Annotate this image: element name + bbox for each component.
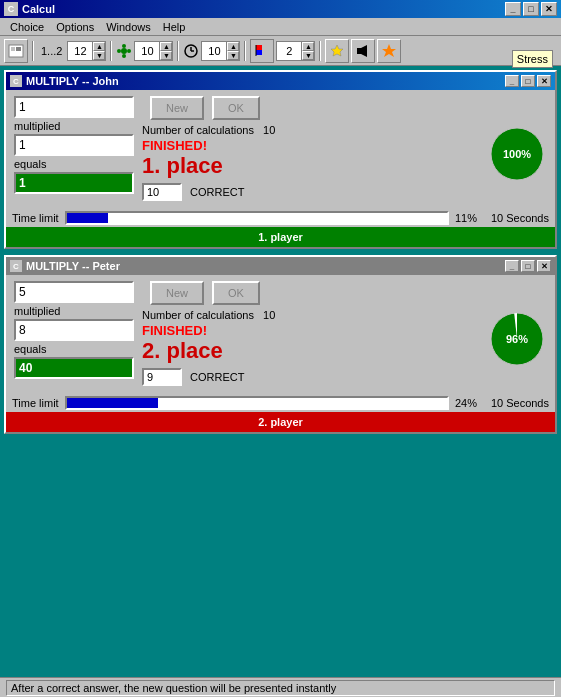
- window-peter-pie-label: 96%: [506, 333, 528, 345]
- window-john-close[interactable]: ✕: [537, 75, 551, 87]
- toolbar-icon-medal[interactable]: [325, 39, 349, 63]
- app-title: Calcul: [22, 3, 55, 15]
- svg-point-8: [127, 49, 131, 53]
- app-title-bar: C Calcul _ □ ✕: [0, 0, 561, 18]
- window-john-field1[interactable]: [14, 96, 134, 118]
- toolbar-icon-speaker[interactable]: [351, 39, 375, 63]
- spinner-1-arrows[interactable]: ▲ ▼: [92, 42, 105, 60]
- window-peter-body: multiplied equals New OK Number of calcu…: [6, 275, 555, 392]
- spinner-4-up[interactable]: ▲: [302, 42, 314, 51]
- svg-point-4: [121, 48, 127, 54]
- window-peter-minimize[interactable]: _: [505, 260, 519, 272]
- window-john-label2: equals: [14, 156, 134, 172]
- window-peter-ok-btn[interactable]: OK: [212, 281, 260, 305]
- window-john-place: 1. place: [142, 153, 479, 179]
- spinner-2-down[interactable]: ▼: [160, 51, 172, 60]
- window-john-left: multiplied equals: [14, 96, 134, 201]
- window-john-maximize[interactable]: □: [521, 75, 535, 87]
- window-john-num-calc: Number of calculations 10: [142, 124, 479, 136]
- spinner-1-val: 12: [68, 45, 92, 57]
- window-peter-icon: C: [10, 260, 22, 272]
- window-peter-correct-val[interactable]: [142, 368, 182, 386]
- window-john-body: multiplied equals New OK Number of calcu…: [6, 90, 555, 207]
- spinner-4-arrows[interactable]: ▲ ▼: [301, 42, 314, 60]
- menu-bar: Choice Options Windows Help: [0, 18, 561, 36]
- svg-marker-17: [361, 45, 367, 57]
- title-bar-controls: _ □ ✕: [505, 2, 557, 16]
- window-peter-field2[interactable]: [14, 319, 134, 341]
- window-john-label1: multiplied: [14, 118, 134, 134]
- window-peter-time-label: Time limit: [12, 397, 59, 409]
- menu-help[interactable]: Help: [157, 20, 192, 34]
- window-peter-progress: [65, 396, 449, 410]
- window-john-title-text: MULTIPLY -- John: [26, 75, 119, 87]
- spinner-3[interactable]: 10 ▲ ▼: [201, 41, 240, 61]
- spinner-1[interactable]: 12 ▲ ▼: [67, 41, 106, 61]
- window-john-field2[interactable]: [14, 134, 134, 156]
- window-peter-field1[interactable]: [14, 281, 134, 303]
- window-john-seconds: 10 Seconds: [491, 212, 549, 224]
- window-john-correct-label: CORRECT: [190, 186, 244, 198]
- window-peter-close[interactable]: ✕: [537, 260, 551, 272]
- spinner-3-arrows[interactable]: ▲ ▼: [226, 42, 239, 60]
- icon-clock: [183, 43, 199, 59]
- window-john-ok-btn[interactable]: OK: [212, 96, 260, 120]
- window-john-new-btn[interactable]: New: [150, 96, 204, 120]
- window-john-correct-val[interactable]: [142, 183, 182, 201]
- status-bar: After a correct answer, the new question…: [0, 677, 561, 697]
- spinner-3-down[interactable]: ▼: [227, 51, 239, 60]
- window-peter-title-text: MULTIPLY -- Peter: [26, 260, 120, 272]
- toolbar-sep-2: [110, 41, 112, 61]
- window-john-time-row: Time limit 11% 10 Seconds: [6, 207, 555, 227]
- svg-marker-18: [382, 44, 396, 57]
- close-btn[interactable]: ✕: [541, 2, 557, 16]
- spinner-4[interactable]: 2 ▲ ▼: [276, 41, 315, 61]
- stress-tooltip: Stress: [512, 50, 553, 68]
- minimize-btn[interactable]: _: [505, 2, 521, 16]
- svg-point-7: [117, 49, 121, 53]
- window-john-minimize[interactable]: _: [505, 75, 519, 87]
- svg-rect-13: [256, 50, 262, 55]
- window-john-right-top: Number of calculations 10 FINISHED! 1. p…: [142, 124, 547, 201]
- window-peter-new-btn[interactable]: New: [150, 281, 204, 305]
- toolbar-btn-1[interactable]: [4, 39, 28, 63]
- icon-flower: [116, 43, 132, 59]
- window-john-player-bar: 1. player: [6, 227, 555, 247]
- svg-rect-16: [357, 48, 361, 54]
- spinner-3-val: 10: [202, 45, 226, 57]
- spinner-2-arrows[interactable]: ▲ ▼: [159, 42, 172, 60]
- page-indicator: 1...2: [38, 45, 65, 57]
- spinner-3-up[interactable]: ▲: [227, 42, 239, 51]
- menu-options[interactable]: Options: [50, 20, 100, 34]
- spinner-2-up[interactable]: ▲: [160, 42, 172, 51]
- window-peter-maximize[interactable]: □: [521, 260, 535, 272]
- toolbar-sep-1: [32, 41, 34, 61]
- window-peter-pct: 24%: [455, 397, 485, 409]
- window-john-progress: [65, 211, 449, 225]
- toolbar: 1...2 12 ▲ ▼ 10 ▲ ▼ 10 ▲ ▼: [0, 36, 561, 66]
- maximize-btn[interactable]: □: [523, 2, 539, 16]
- main-area: C MULTIPLY -- John _ □ ✕ multiplied equa…: [0, 66, 561, 444]
- window-john-field3[interactable]: [14, 172, 134, 194]
- window-peter-right-top: Number of calculations 10 FINISHED! 2. p…: [142, 309, 547, 386]
- window-john-correct-row: CORRECT: [142, 183, 479, 201]
- window-john-finished: FINISHED!: [142, 138, 479, 153]
- menu-choice[interactable]: Choice: [4, 20, 50, 34]
- window-peter-seconds: 10 Seconds: [491, 397, 549, 409]
- toolbar-sep-3: [177, 41, 179, 61]
- window-peter-field3[interactable]: [14, 357, 134, 379]
- window-peter-label1: multiplied: [14, 303, 134, 319]
- window-john-time-label: Time limit: [12, 212, 59, 224]
- window-john-controls: _ □ ✕: [505, 75, 551, 87]
- spinner-4-down[interactable]: ▼: [302, 51, 314, 60]
- spinner-1-up[interactable]: ▲: [93, 42, 105, 51]
- window-peter-correct-label: CORRECT: [190, 371, 244, 383]
- spinner-1-down[interactable]: ▼: [93, 51, 105, 60]
- spinner-2[interactable]: 10 ▲ ▼: [134, 41, 173, 61]
- menu-windows[interactable]: Windows: [100, 20, 157, 34]
- toolbar-icon-star[interactable]: [377, 39, 401, 63]
- window-peter: C MULTIPLY -- Peter _ □ ✕ multiplied equ…: [4, 255, 557, 434]
- svg-marker-15: [331, 45, 343, 56]
- app-icon: C: [4, 2, 18, 16]
- window-john-pie-label: 100%: [503, 148, 531, 160]
